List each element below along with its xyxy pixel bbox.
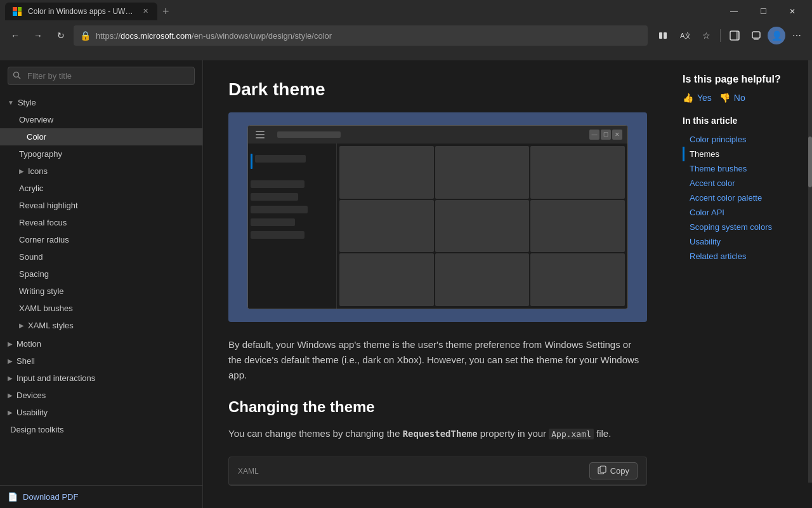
- sidebar-item-xaml-brushes[interactable]: XAML brushes: [0, 300, 202, 317]
- grid-cell-9: [530, 253, 625, 306]
- app-xaml-code: App.xaml: [549, 429, 594, 439]
- accent-bar: [251, 154, 252, 169]
- address-bar[interactable]: 🔒 https://docs.microsoft.com/en-us/windo…: [74, 25, 648, 46]
- toc-item-color-principles[interactable]: Color principles: [683, 132, 802, 147]
- sidebar-item-corner-radius[interactable]: Corner radius: [0, 231, 202, 248]
- sidebar-item-overview[interactable]: Overview: [0, 111, 202, 128]
- code-block-header: XAML Copy: [229, 457, 646, 485]
- toc-item-accent-color-palette[interactable]: Accent color palette: [683, 190, 802, 205]
- toc-helpful-section: Is this page helpful? 👍 Yes 👎 No: [683, 73, 802, 103]
- svg-line-8: [18, 76, 21, 79]
- sidebar-item-label: Usability: [16, 408, 48, 417]
- maximize-button[interactable]: ☐: [749, 0, 778, 22]
- close-button[interactable]: ✕: [778, 0, 807, 22]
- changing-theme-body-text: You can change themes by changing the Re…: [228, 426, 647, 441]
- svg-rect-0: [659, 32, 662, 39]
- no-button[interactable]: 👎 No: [719, 93, 745, 103]
- toc-section: In this article Color principles Themes …: [683, 116, 802, 264]
- toc-panel: Is this page helpful? 👍 Yes 👎 No In this…: [672, 60, 812, 508]
- app-sidebar-mock: [248, 144, 337, 309]
- content-area: Dark theme — ☐ ✕: [203, 60, 812, 508]
- changing-theme-heading: Changing the theme: [228, 398, 647, 416]
- url-path: /en-us/windows/uwp/design/style/color: [192, 31, 332, 41]
- toc-item-color-api[interactable]: Color API: [683, 205, 802, 220]
- sidebar-item-label: Motion: [16, 339, 41, 349]
- app-body: [248, 144, 627, 309]
- toc-item-related-articles[interactable]: Related articles: [683, 249, 802, 264]
- mock-min-btn: —: [589, 130, 599, 140]
- sidebar-item-label: Shell: [16, 356, 35, 366]
- sidebar-item-reveal-highlight[interactable]: Reveal highlight: [0, 197, 202, 214]
- new-tab-button[interactable]: +: [157, 6, 174, 17]
- main-layout: ▼ Style Overview Color Typography ▶ Icon…: [0, 60, 812, 508]
- sidebar-item-sound[interactable]: Sound: [0, 248, 202, 265]
- tab-close-button[interactable]: ✕: [141, 6, 150, 17]
- immersive-reader-button[interactable]: [653, 25, 673, 46]
- tab-favicon: [13, 6, 23, 17]
- toc-item-theme-brushes[interactable]: Theme brushes: [683, 161, 802, 176]
- translate-button[interactable]: A文: [674, 25, 695, 46]
- favorites-button[interactable]: ☆: [696, 25, 716, 46]
- nav-bar: ← → ↻ 🔒 https://docs.microsoft.com/en-us…: [0, 22, 812, 49]
- minimize-button[interactable]: —: [719, 0, 749, 22]
- toc-item-scoping-system-colors[interactable]: Scoping system colors: [683, 220, 802, 234]
- sidebar-nav: ▼ Style Overview Color Typography ▶ Icon…: [0, 91, 202, 485]
- nav-section-style: ▼ Style Overview Color Typography ▶ Icon…: [0, 94, 202, 334]
- profile-avatar[interactable]: 👤: [768, 27, 785, 44]
- app-main-mock: [337, 144, 627, 309]
- sidebar-item-shell[interactable]: ▶ Shell: [0, 352, 202, 370]
- filter-icon: [13, 71, 21, 81]
- helpful-title: Is this page helpful?: [683, 73, 802, 86]
- sidebar-item-acrylic[interactable]: Acrylic: [0, 180, 202, 197]
- svg-point-7: [14, 72, 19, 77]
- url-domain: docs.microsoft.com: [121, 31, 192, 41]
- chevron-right-icon4: ▶: [8, 358, 13, 364]
- forward-button[interactable]: →: [28, 25, 48, 46]
- yes-button[interactable]: 👍 Yes: [683, 93, 712, 103]
- sidebar-button[interactable]: [724, 25, 745, 46]
- sidebar-item-writing-style[interactable]: Writing style: [0, 283, 202, 300]
- more-button[interactable]: ⋯: [787, 25, 807, 46]
- chevron-right-icon: ▶: [19, 168, 24, 175]
- download-pdf-link[interactable]: 📄 Download PDF: [8, 492, 195, 502]
- browser-tab[interactable]: Color in Windows apps - UWP a... ✕: [5, 3, 157, 20]
- sidebar-item-icons[interactable]: ▶ Icons: [0, 163, 202, 180]
- collections-button[interactable]: [746, 25, 766, 46]
- title-bar-placeholder: [277, 131, 341, 138]
- sidebar-item-reveal-focus[interactable]: Reveal focus: [0, 214, 202, 231]
- lock-icon: 🔒: [80, 30, 91, 41]
- sidebar-item-spacing[interactable]: Spacing: [0, 265, 202, 283]
- chevron-right-icon3: ▶: [8, 340, 13, 347]
- svg-rect-4: [736, 31, 739, 40]
- sidebar-item-xaml-styles[interactable]: ▶ XAML styles: [0, 317, 202, 334]
- sidebar-item-style[interactable]: ▼ Style: [0, 94, 202, 111]
- copy-button[interactable]: Copy: [589, 462, 638, 479]
- sidebar-item-input-interactions[interactable]: ▶ Input and interactions: [0, 370, 202, 387]
- refresh-button[interactable]: ↻: [51, 25, 71, 46]
- sidebar-item-design-toolkits[interactable]: Design toolkits: [0, 421, 202, 438]
- filter-input[interactable]: [8, 67, 195, 85]
- tab-title: Color in Windows apps - UWP a...: [28, 7, 136, 16]
- svg-text:A文: A文: [680, 32, 690, 39]
- thumbs-down-icon: 👎: [719, 93, 730, 103]
- mock-max-btn: ☐: [601, 130, 611, 140]
- mock-close-btn: ✕: [612, 130, 622, 140]
- sidebar-item-color[interactable]: Color: [0, 128, 202, 145]
- chevron-down-icon: ▼: [8, 99, 14, 106]
- mock-nav-item-1: [255, 155, 306, 163]
- sidebar-item-typography[interactable]: Typography: [0, 145, 202, 163]
- sidebar-item-devices[interactable]: ▶ Devices: [0, 387, 202, 404]
- grid-cell-6: [530, 200, 625, 253]
- app-window-mock: — ☐ ✕: [247, 125, 628, 309]
- url-protocol: https://: [96, 31, 121, 41]
- sidebar-item-label: XAML styles: [28, 321, 74, 330]
- pdf-icon: 📄: [8, 492, 18, 502]
- toc-item-usability[interactable]: Usability: [683, 234, 802, 249]
- hamburger-icon: [253, 128, 267, 141]
- toc-item-themes[interactable]: Themes: [683, 147, 802, 161]
- chevron-right-icon2: ▶: [19, 322, 24, 329]
- back-button[interactable]: ←: [5, 25, 25, 46]
- toc-item-accent-color[interactable]: Accent color: [683, 176, 802, 190]
- sidebar-item-motion[interactable]: ▶ Motion: [0, 335, 202, 352]
- sidebar-item-usability[interactable]: ▶ Usability: [0, 404, 202, 421]
